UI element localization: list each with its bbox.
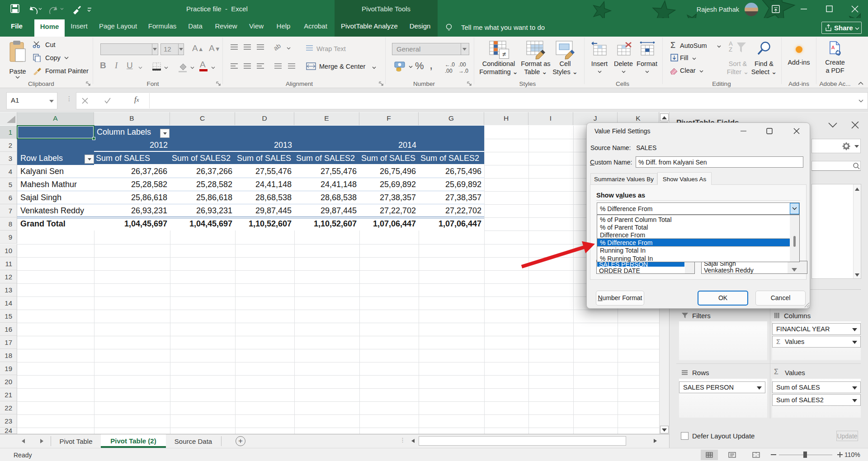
svg-text:A: A bbox=[831, 45, 835, 50]
